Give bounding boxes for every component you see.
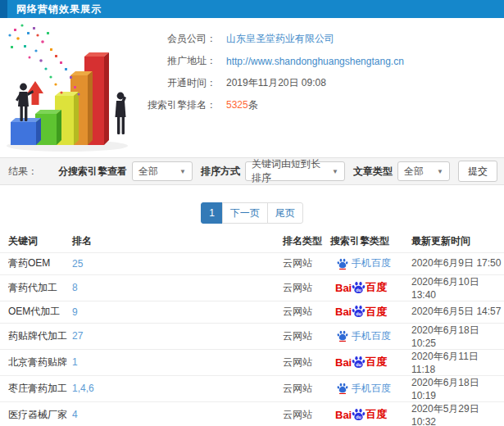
rank-type-cell: 云网站 <box>283 401 330 426</box>
column-header: 排名 <box>72 231 283 252</box>
open-time-label: 开通时间： <box>138 76 216 90</box>
sort-filter-value: 关键词由短到长排序 <box>252 157 327 185</box>
updated-time-cell: 2020年6月5日 14:57 <box>411 301 504 323</box>
table-row: 北京膏药贴牌1云网站Bai du百度2020年6月11日 11:18 <box>0 349 504 375</box>
engine-filter-select[interactable]: 全部 ▼ <box>132 161 193 181</box>
info-row-open-time: 开通时间： 2019年11月20日 09:08 <box>138 72 504 94</box>
rank-count-label: 搜索引擎排名： <box>138 98 216 112</box>
updated-time-cell: 2020年6月18日 10:25 <box>411 323 504 349</box>
updated-time-cell: 2020年6月11日 11:18 <box>411 349 504 375</box>
results-table-body: 膏药OEM25云网站 手机百度2020年6月9日 17:50膏药代加工8云网站B… <box>0 252 504 426</box>
engine-type-cell: 手机百度 <box>330 375 411 401</box>
svg-text:du: du <box>356 311 361 316</box>
title-bar: 网络营销效果展示 <box>0 0 504 18</box>
rank-cell: 25 <box>72 252 283 274</box>
keyword-cell: 北京膏药贴牌 <box>0 349 72 375</box>
filter-controls: 分搜索引擎查看 全部 ▼ 排序方式 关键词由短到长排序 ▼ 文章类型 全部 ▼ … <box>50 161 497 182</box>
hero-section: 会员公司： 山东皇圣堂药业有限公司 推广地址： http://www.shand… <box>0 18 504 157</box>
info-row-url: 推广地址： http://www.shandonghuangshengtang.… <box>138 50 504 72</box>
rank-link[interactable]: 9 <box>72 306 78 318</box>
engine-type-cell: Bai du百度 <box>330 401 411 426</box>
baidu-logo-icon: Bai du百度 <box>330 280 411 295</box>
rank-link[interactable]: 1 <box>72 356 78 368</box>
businessman-right-figure <box>116 93 127 134</box>
submit-button[interactable]: 提交 <box>458 161 497 182</box>
sort-filter-select[interactable]: 关键词由短到长排序 ▼ <box>245 161 345 181</box>
rank-link[interactable]: 25 <box>72 258 83 270</box>
rank-type-cell: 云网站 <box>283 274 330 301</box>
keyword-cell: 膏药OEM <box>0 252 72 274</box>
promo-url-label: 推广地址： <box>138 54 216 68</box>
keyword-cell: OEM代加工 <box>0 301 72 323</box>
chevron-down-icon: ▼ <box>179 168 186 175</box>
pagination-current-page[interactable]: 1 <box>201 202 223 224</box>
baidu-logo-icon: Bai du百度 <box>330 355 411 369</box>
table-row: 膏药代加工8云网站Bai du百度2020年6月10日 13:40 <box>0 274 504 301</box>
engine-type-cell: Bai du百度 <box>330 301 411 323</box>
sort-filter-label: 排序方式 <box>201 165 240 179</box>
company-label: 会员公司： <box>138 32 216 46</box>
rank-link[interactable]: 1,4,6 <box>72 383 94 394</box>
updated-time-cell: 2020年6月10日 13:40 <box>411 274 504 301</box>
keyword-cell: 枣庄膏药加工 <box>0 375 72 401</box>
article-type-value: 全部 <box>404 165 424 179</box>
rank-count-value: 5325 <box>226 99 248 111</box>
column-header: 排名类型 <box>283 231 330 252</box>
updated-time-cell: 2020年5月29日 10:32 <box>411 401 504 426</box>
rank-type-cell: 云网站 <box>283 375 330 401</box>
keyword-cell: 膏药代加工 <box>0 274 72 301</box>
chevron-down-icon: ▼ <box>437 168 443 175</box>
table-row: OEM代加工9云网站Bai du百度2020年6月5日 14:57 <box>0 301 504 323</box>
table-row: 膏药OEM25云网站 手机百度2020年6月9日 17:50 <box>0 252 504 274</box>
promo-url-link[interactable]: http://www.shandonghuangshengtang.cn <box>226 56 404 67</box>
mobile-baidu-icon-label: 手机百度 <box>330 329 411 343</box>
engine-filter-value: 全部 <box>138 165 158 179</box>
filter-bar: 结果： 分搜索引擎查看 全部 ▼ 排序方式 关键词由短到长排序 ▼ 文章类型 全… <box>0 157 504 185</box>
keyword-cell: 药贴牌代加工 <box>0 323 72 349</box>
rank-type-cell: 云网站 <box>283 349 330 375</box>
confetti-decoration <box>8 24 79 95</box>
engine-type-cell: 手机百度 <box>330 323 411 349</box>
svg-text:du: du <box>356 287 361 292</box>
rank-cell: 8 <box>72 274 283 301</box>
article-type-select[interactable]: 全部 ▼ <box>397 161 450 181</box>
mobile-baidu-icon-label: 手机百度 <box>330 382 411 396</box>
info-row-company: 会员公司： 山东皇圣堂药业有限公司 <box>138 28 504 50</box>
open-time-value: 2019年11月20日 09:08 <box>226 76 326 90</box>
rank-link[interactable]: 4 <box>72 409 78 420</box>
rank-cell: 27 <box>72 323 283 349</box>
table-row: 枣庄膏药加工1,4,6云网站 手机百度2020年6月18日 10:19 <box>0 375 504 401</box>
rank-type-cell: 云网站 <box>283 252 330 274</box>
engine-type-cell: Bai du百度 <box>330 349 411 375</box>
column-header: 最新更新时间 <box>411 231 504 252</box>
result-label: 结果： <box>8 165 38 179</box>
rank-cell: 1 <box>72 349 283 375</box>
pagination-item[interactable]: 尾页 <box>267 202 303 224</box>
rank-cell: 4 <box>72 401 283 426</box>
rank-count-suffix: 条 <box>248 99 258 111</box>
engine-filter-label: 分搜索引擎查看 <box>58 165 127 179</box>
title-bar-accent <box>0 0 7 18</box>
pagination-item[interactable]: 下一页 <box>222 202 268 224</box>
rank-type-cell: 云网站 <box>283 301 330 323</box>
keyword-cell: 医疗器械厂家 <box>0 401 72 426</box>
company-link[interactable]: 山东皇圣堂药业有限公司 <box>226 32 334 46</box>
mobile-baidu-icon-label: 手机百度 <box>330 256 411 270</box>
svg-text:du: du <box>356 414 361 419</box>
updated-time-cell: 2020年6月18日 10:19 <box>411 375 504 401</box>
hero-chart-image <box>0 18 156 156</box>
page-title: 网络营销效果展示 <box>16 2 102 16</box>
chevron-down-icon: ▼ <box>332 168 338 175</box>
table-row: 医疗器械厂家4云网站Bai du百度2020年5月29日 10:32 <box>0 401 504 426</box>
rank-cell: 1,4,6 <box>72 375 283 401</box>
column-header: 关键词 <box>0 231 72 252</box>
company-info-panel: 会员公司： 山东皇圣堂药业有限公司 推广地址： http://www.shand… <box>138 18 504 157</box>
table-header-row: 关键词排名排名类型搜索引擎类型最新更新时间 <box>0 231 504 252</box>
column-header: 搜索引擎类型 <box>330 231 411 252</box>
rank-link[interactable]: 8 <box>72 282 78 293</box>
svg-text:du: du <box>356 361 361 366</box>
rank-link[interactable]: 27 <box>72 330 83 342</box>
info-row-rank-count: 搜索引擎排名： 5325条 <box>138 94 504 116</box>
baidu-logo-icon: Bai du百度 <box>330 305 411 320</box>
engine-type-cell: Bai du百度 <box>330 274 411 301</box>
